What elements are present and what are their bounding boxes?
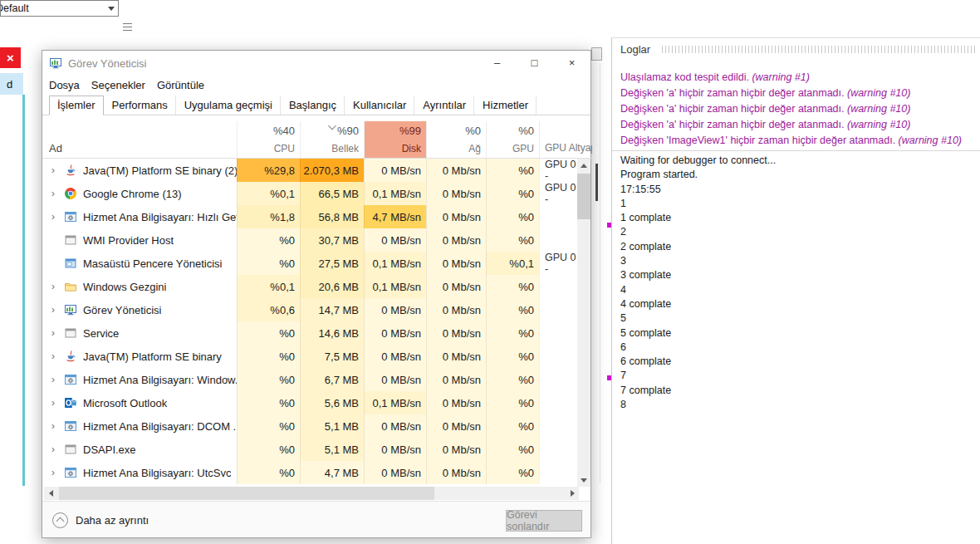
expand-chevron-icon[interactable]: ›	[47, 391, 59, 414]
tab-ayr-nt-lar[interactable]: Ayrıntılar	[414, 96, 474, 115]
expand-chevron-icon[interactable]: ›	[47, 368, 59, 391]
editor-scrollbar-button[interactable]	[591, 47, 602, 61]
task-name-cell: ›Java(TM) Platform SE binary	[42, 345, 237, 368]
expand-chevron-icon[interactable]: ›	[47, 205, 59, 228]
metric-cell-disk: 0 MB/sn	[364, 228, 426, 252]
rows-vertical-scrollbar[interactable]	[577, 159, 590, 487]
expand-chevron-icon[interactable]: ›	[47, 298, 59, 321]
horizontal-scrollbar[interactable]	[44, 487, 579, 500]
tab-performans[interactable]: Performans	[104, 96, 176, 115]
process-name: Windows Gezgini	[83, 281, 166, 293]
metric-cell-gpu: %0	[486, 228, 539, 252]
close-button[interactable]: ×	[553, 51, 590, 75]
folder-icon	[64, 280, 77, 293]
editor-scrollbar-thumb[interactable]	[595, 164, 598, 201]
task-row[interactable]: WMI Provider Host%030,7 MB0 MB/sn0 Mb/sn…	[42, 228, 579, 252]
menu-g-r-nt-le[interactable]: Görüntüle	[157, 79, 204, 91]
gpu-engine-cell	[539, 438, 579, 461]
process-name: Masaüstü Pencere Yöneticisi	[83, 257, 222, 270]
column-header-label: GPU	[512, 143, 534, 154]
task-name-cell: ›Service	[42, 321, 237, 345]
column-header-a[interactable]: %0Ağ	[426, 121, 486, 158]
task-row[interactable]: ›Windows Gezgini%0,120,6 MB0,1 MB/sn0 Mb…	[42, 275, 579, 298]
column-header-label: Ağ	[468, 143, 481, 154]
tab-uygulama-ge-mi-i[interactable]: Uygulama geçmişi	[176, 96, 281, 115]
column-header-cpu[interactable]: %40CPU	[237, 121, 300, 158]
metric-cell-disk: 0 MB/sn	[364, 298, 426, 321]
combo-handle-icon[interactable]	[123, 23, 132, 31]
task-row[interactable]: Masaüstü Pencere Yöneticisi%027,5 MB0,1 …	[42, 252, 579, 275]
metric-cell-cpu: %0	[237, 345, 300, 368]
expand-chevron-icon[interactable]: ›	[47, 345, 59, 368]
scroll-down-button[interactable]	[577, 473, 590, 487]
expand-chevron-icon[interactable]: ›	[47, 159, 59, 182]
log-line: 7	[620, 369, 977, 383]
app-icon	[64, 443, 77, 456]
sidebar-tab-d[interactable]: d	[0, 73, 23, 95]
column-header-name[interactable]: Ad	[42, 121, 237, 158]
metric-cell-a: 0 Mb/sn	[426, 205, 486, 228]
metric-cell-a: 0 Mb/sn	[426, 182, 486, 205]
expand-chevron-icon[interactable]: ›	[47, 275, 59, 298]
column-header-bellek[interactable]: %90Bellek	[300, 121, 364, 158]
gpu-engine-cell	[539, 275, 579, 298]
column-header-disk[interactable]: %99Disk	[364, 121, 426, 158]
tab-i-lemler[interactable]: İşlemler	[49, 96, 104, 115]
expand-chevron-icon[interactable]: ›	[47, 414, 59, 438]
vertical-scrollbar-thumb[interactable]	[577, 174, 590, 219]
warning-text: Değişken 'a' hiçbir zaman hiçbir değer a…	[620, 103, 847, 115]
tab-hizmetler[interactable]: Hizmetler	[474, 96, 537, 115]
expand-chevron-icon[interactable]: ›	[47, 438, 59, 461]
warning-suffix: (warning #10)	[847, 103, 910, 115]
column-header-label: Bellek	[331, 143, 359, 154]
task-row[interactable]: ›Java(TM) Platform SE binary (2)%29,82.0…	[42, 159, 579, 182]
horizontal-scrollbar-thumb[interactable]	[59, 487, 434, 500]
tab-ba-lang[interactable]: Başlangıç	[281, 96, 345, 115]
menu-dosya[interactable]: Dosya	[49, 79, 80, 91]
scroll-up-button[interactable]	[577, 159, 590, 172]
module-combo[interactable]: Default	[0, 0, 119, 17]
process-name: Hizmet Ana Bilgisayarı: Hızlı Get...	[83, 211, 237, 223]
task-name-cell: ›Hizmet Ana Bilgisayarı: Window...	[42, 368, 237, 391]
expand-chevron-icon[interactable]: ›	[47, 461, 59, 484]
scroll-left-button[interactable]	[44, 487, 57, 500]
close-tab-button[interactable]: ×	[0, 47, 21, 68]
process-name: Görev Yöneticisi	[83, 304, 161, 316]
metric-cell-disk: 0 MB/sn	[364, 438, 426, 461]
expand-chevron-icon[interactable]: ›	[47, 321, 59, 345]
column-header-gpu[interactable]: %0GPU	[486, 121, 539, 158]
scroll-up-icon	[581, 164, 587, 168]
task-row[interactable]: ›Hizmet Ana Bilgisayarı: DCOM ...%05,1 M…	[42, 414, 579, 438]
task-row[interactable]: ›Microsoft Outlook%05,6 MB0,1 MB/sn0 Mb/…	[42, 391, 579, 414]
task-row[interactable]: ›Service%014,6 MB0 MB/sn0 Mb/sn%0	[42, 321, 579, 345]
dropdown-arrow-icon[interactable]	[105, 1, 118, 16]
task-row[interactable]: ›Hizmet Ana Bilgisayarı: Hızlı Get...%1,…	[42, 205, 579, 228]
log-line: Waiting for debugger to connect...	[620, 154, 977, 168]
warning-text: Ulaşılamaz kod tespit edildi.	[620, 71, 752, 83]
scroll-right-button[interactable]	[566, 487, 579, 500]
maximize-button[interactable]: □	[516, 51, 553, 75]
task-row[interactable]: ›DSAPI.exe%05,1 MB0 MB/sn0 Mb/sn%0	[42, 438, 579, 461]
sort-descending-icon	[328, 122, 336, 130]
warning-suffix: (warning #10)	[899, 135, 962, 146]
task-row[interactable]: ›Google Chrome (13)%0,166,5 MB0,1 MB/sn0…	[42, 182, 579, 205]
task-row[interactable]: ›Görev Yöneticisi%0,614,7 MB0 MB/sn0 Mb/…	[42, 298, 579, 321]
tab-kullan-c-lar[interactable]: Kullanıcılar	[345, 96, 414, 115]
task-row[interactable]: ›Java(TM) Platform SE binary%07,5 MB0 MB…	[42, 345, 579, 368]
messages-list: Waiting for debugger to connect...Progra…	[620, 154, 977, 412]
menu-se-enekler[interactable]: Seçenekler	[91, 79, 145, 91]
logs-drag-handle[interactable]	[662, 46, 975, 53]
minimize-button[interactable]: –	[478, 51, 516, 75]
task-row[interactable]: ›Hizmet Ana Bilgisayarı: Window...%06,7 …	[42, 368, 579, 391]
column-header-gpu-engine[interactable]: GPU Altyap	[539, 121, 592, 158]
tabbar: İşlemlerPerformansUygulama geçmişiBaşlan…	[42, 95, 590, 115]
gpu-engine-cell	[539, 228, 579, 252]
end-task-button[interactable]: Görevi sonlandır	[506, 510, 582, 532]
log-line: 6	[620, 341, 977, 355]
task-row[interactable]: ›Hizmet Ana Bilgisayarı: UtcSvc%04,7 MB0…	[42, 461, 579, 484]
taskmgr-icon	[64, 303, 77, 316]
warning-text: Değişken 'ImageView1' hiçbir zaman hiçbi…	[620, 135, 899, 146]
expand-chevron-icon[interactable]: ›	[47, 182, 59, 205]
details-toggle-button[interactable]: Daha az ayrıntı	[52, 512, 149, 528]
warning-log-line: Değişken 'a' hiçbir zaman hiçbir değer a…	[620, 86, 977, 101]
